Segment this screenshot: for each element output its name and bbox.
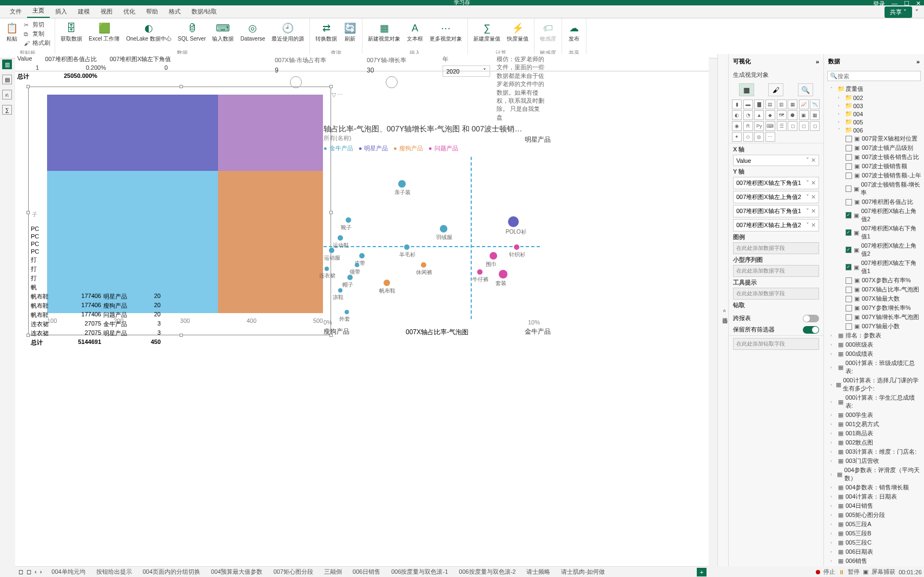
collapse-icon[interactable]: » [916,58,920,65]
crossreport-toggle[interactable] [803,315,819,322]
bubble-point[interactable] [440,225,447,233]
table-row[interactable]: 打 [29,274,175,283]
data-table[interactable]: PCPCPCPC打打打帆帆布鞋177406明星产品20帆布鞋177406瘦狗产品… [29,225,175,347]
page-tab[interactable]: 007矩心图分段 [268,566,318,577]
build-tab-icon[interactable]: ▦ [739,83,754,96]
gallery-bar[interactable]: ▮ [732,100,742,109]
more-icon[interactable]: ⋯ [337,91,343,98]
keepfilters-toggle[interactable] [803,326,819,334]
tab-view[interactable]: 视图 [95,5,118,18]
tree-node[interactable]: ›▦003计算表：维度：门店名: [826,447,922,456]
table-row[interactable]: 帆布鞋177406瘦狗产品20 [29,301,175,310]
tree-node[interactable]: ›📁003 [826,102,922,110]
stacked-area-visual[interactable]: ▽⋯ 100 200 300 400 500 子 PCPCPCPC打打打帆帆布鞋… [28,87,331,335]
page-tab[interactable]: 按钮给出提示 [91,566,137,577]
pagenav-fwd[interactable]: ◻ [27,568,31,575]
minimize-button[interactable]: — [892,0,897,8]
newvisual-button[interactable]: ▦新建视觉对象 [367,21,401,43]
tree-node[interactable]: ˅📁度量值 [826,84,922,94]
yaxis-well-0[interactable]: 007堆积图X轴左下角值1˅ ✕ [733,177,819,189]
table-view-button[interactable]: ▤ [2,75,12,84]
tab-datadrill[interactable]: 数据/钻取 [186,5,222,18]
pagenav-right[interactable]: › [40,568,42,575]
tab-insert[interactable]: 插入 [50,5,72,18]
tooltip-well[interactable]: 在此处添加数据字段 [733,288,819,300]
table-row[interactable]: 连衣裙27075金牛产品3 [29,320,175,329]
model-view-button[interactable]: ⎌ [2,90,12,100]
bubble-point[interactable] [499,270,507,278]
tab-optimize[interactable]: 优化 [118,5,141,18]
legend-well[interactable]: 在此处添加数据字段 [733,242,819,254]
table-row[interactable]: 打 [29,264,175,274]
tree-node[interactable]: ›▦001交易方式 [826,420,922,429]
publish-button[interactable]: ☁发布 [566,21,582,43]
bubble-point[interactable] [490,252,497,260]
textbox-button[interactable]: A文本框 [406,21,424,43]
tree-node[interactable]: ›▦000计算表：班级成绩汇总表: [826,359,922,376]
sql-button[interactable]: 🛢SQL Server [177,21,207,43]
tab-help[interactable]: 帮助 [141,5,163,18]
tree-node[interactable]: ›▦004参数表：评滑度（平均天数） [826,466,922,483]
x-axis-slicer[interactable]: 007X轴-市场占有率 9 [275,55,356,86]
table-row[interactable]: 打 [29,255,175,264]
table-row[interactable]: 连衣裙27075明星产品3 [29,329,175,338]
tree-node[interactable]: ›▦004参数表：销售增长额 [826,483,922,492]
page-tab[interactable]: 004单纯元均 [46,566,90,577]
tree-node[interactable]: ▣007堆积图各值占比 [826,197,922,207]
tree-node[interactable]: ▣007波士顿销售额 [826,162,922,171]
tab-format[interactable]: 格式 [163,5,186,18]
transform-button[interactable]: ⇄转换数据 [314,21,338,43]
bubble-point[interactable] [355,263,359,267]
bubble-chart[interactable]: 轴占比率-气泡图、007Y轴增长率-气泡图 和 007波士顿销… 所有(名称) … [324,124,551,351]
tree-node[interactable]: ›▦004日销售 [826,501,922,510]
page-tab[interactable]: 006按度量与双色滚-2 [453,566,521,577]
filters-collapsed-tab[interactable]: « 筛选器 [717,54,728,566]
bubble-point[interactable] [384,280,390,286]
tree-node[interactable]: ▣007波士顿销售额-增长率 [826,180,922,197]
tab-home[interactable]: 主页 [27,4,50,18]
bubble-point[interactable] [347,275,353,280]
tree-node[interactable]: ›📁002 [826,94,922,102]
tree-node[interactable]: ›▦000班级表 [826,340,922,349]
bubble-point[interactable] [338,288,342,293]
drill-well[interactable]: 在此处添加钻取字段 [733,338,819,350]
bubble-point[interactable] [508,216,519,227]
slider-handle[interactable] [290,76,302,88]
formatpainter-button[interactable]: 🖌格式刷 [24,39,50,47]
page-tab[interactable]: 004页面内的分组切换 [137,566,206,577]
tree-node[interactable]: ▣007X参数占有率% [826,276,922,285]
bubble-point[interactable] [421,262,426,268]
getdata-button[interactable]: 🗄获取数据 [60,21,83,43]
collapse-icon[interactable]: » [816,58,819,65]
tree-node[interactable]: ▣007Y轴增长率-气泡图 [826,313,922,322]
tree-node[interactable]: ›▦000成绩表 [826,349,922,359]
close-button[interactable]: ✕ [916,0,921,8]
tree-node[interactable]: ›▦005矩心图分段 [826,510,922,520]
page-tab[interactable]: 006按度量与双色滚-1 [386,566,453,577]
newmeasure-button[interactable]: ∑新建度量值 [472,21,501,43]
bubble-point[interactable] [338,235,343,241]
tree-node[interactable]: ✓▣007堆积图X轴右上角值2 [826,207,922,224]
slider-handle[interactable] [386,76,398,88]
bubble-point[interactable] [329,248,334,253]
tree-node[interactable]: ›▦002散点图 [826,438,922,447]
tree-node[interactable]: ›▦006日期表 [826,547,922,556]
format-tab-icon[interactable]: 🖌 [768,83,783,96]
bubble-point[interactable] [359,253,365,258]
copy-button[interactable]: ⧉复制 [24,30,50,38]
pagenav-back[interactable]: ◻ [18,568,23,575]
tree-node[interactable]: ›▦001商品表 [826,429,922,438]
share-button[interactable]: 共享 ˅ [885,6,912,18]
dataverse-button[interactable]: ◎Dataverse [239,21,266,43]
report-view-button[interactable]: ▥ [2,59,12,69]
bubble-point[interactable] [477,269,483,275]
bubble-point[interactable] [325,267,329,271]
tab-file[interactable]: 文件 [4,5,27,18]
table-row[interactable]: PC [29,248,175,255]
y-axis-slicer[interactable]: 007Y轴-增长率 30 [367,55,448,86]
tree-node[interactable]: ›▦004计算表：日期表 [826,492,922,501]
tree-node[interactable]: ✓▣007堆积图X轴右下角值1 [826,224,922,241]
yaxis-well-2[interactable]: 007堆积图X轴右下角值1˅ ✕ [733,205,819,217]
tree-node[interactable]: ›▦排名：参数表 [826,331,922,340]
search-input[interactable]: 🔍 [827,71,921,81]
